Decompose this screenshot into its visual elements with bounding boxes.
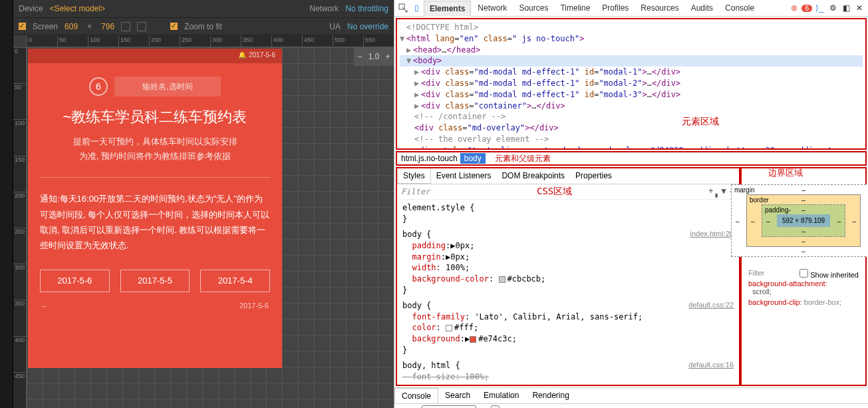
close-icon[interactable]: ✕ xyxy=(855,3,864,13)
zoom-checkbox[interactable] xyxy=(170,23,178,30)
screen-checkbox[interactable] xyxy=(19,23,26,30)
zoom-value: 1.0 xyxy=(366,52,382,61)
app-date-button-2[interactable]: 2017-5-5 xyxy=(120,270,190,292)
screen-x: × xyxy=(87,22,92,31)
box-border[interactable]: border –––– padding- –––– 592 × 879.109 xyxy=(746,194,861,247)
css-link-2[interactable]: default.css:22 xyxy=(688,300,734,310)
box-content[interactable]: 592 × 879.109 xyxy=(777,214,830,227)
left-panel: Device <Select model> Network No throttl… xyxy=(0,0,394,408)
drawer-tab-console[interactable]: Console xyxy=(394,388,438,403)
dock-icon[interactable]: ◧ xyxy=(841,3,851,13)
swap-icon[interactable] xyxy=(121,22,130,31)
app-stage-badge: 6 xyxy=(89,77,108,96)
app-topbar: 🔔2017-5-6 xyxy=(28,49,282,63)
crumb-label: 元素和父级元素 xyxy=(495,153,551,164)
box-model-pane: 边界区域 margin –––– border –––– padding- ––… xyxy=(740,167,867,386)
app-notice: 通知:每天16:00开放第二天的时间预约,状态为"无人"的作为可选时间段, 每个… xyxy=(40,191,270,254)
drawer-toggle-icon[interactable]: ⟩_ xyxy=(815,3,824,13)
stab-styles[interactable]: Styles xyxy=(397,168,431,184)
styles-pane: Styles Event Listeners DOM Breakpoints P… xyxy=(396,167,740,386)
ua-select[interactable]: No override xyxy=(347,22,388,31)
device-label: Device xyxy=(19,4,43,13)
screen-height-input[interactable]: 796 xyxy=(101,22,114,31)
dom-doctype[interactable]: <!DOCTYPE html> xyxy=(400,22,863,33)
stab-listeners[interactable]: Event Listeners xyxy=(431,168,497,184)
frame-select[interactable]: <top frame> xyxy=(422,405,476,408)
device-icon[interactable] xyxy=(137,22,146,31)
screen-label: Screen xyxy=(33,22,58,31)
drawer-tab-rendering[interactable]: Rendering xyxy=(525,388,575,403)
bell-icon: 🔔 xyxy=(238,51,246,59)
tab-audits[interactable]: Audits xyxy=(686,1,718,15)
drawer-tab-search[interactable]: Search xyxy=(438,388,477,403)
stab-properties[interactable]: Properties xyxy=(570,168,617,184)
crumb-html[interactable]: html.js.no-touch xyxy=(401,154,458,163)
zoom-in-button[interactable]: + xyxy=(382,52,394,61)
zoom-out-button[interactable]: − xyxy=(354,52,366,61)
app-title: ~教练车学员科二练车预约表 xyxy=(40,106,270,128)
ruler-vertical: 050100150200250300350400450 xyxy=(13,47,27,408)
app-date-button-3[interactable]: 2017-5-4 xyxy=(200,270,270,292)
show-inherited-checkbox[interactable] xyxy=(799,269,808,278)
box-padding[interactable]: padding- –––– 592 × 879.109 xyxy=(762,204,845,237)
ruler-horizontal: 050100150200250300350400450500550 xyxy=(27,35,394,47)
tab-sources[interactable]: Sources xyxy=(513,1,553,15)
app-foot-left: -- xyxy=(41,302,46,309)
app-date-button-1[interactable]: 2017-5-6 xyxy=(40,270,110,292)
app-divider xyxy=(40,177,270,178)
stage: 050100150200250300350400450500550 050100… xyxy=(13,35,394,408)
app-foot-right: 2017-5-6 xyxy=(239,302,269,309)
console-drawer: Console Search Emulation Rendering ⊘ ▽ <… xyxy=(394,387,868,408)
device-model-select[interactable]: <Select model> xyxy=(50,4,105,13)
device-toggle-icon[interactable]: ▯ xyxy=(412,3,421,13)
box-margin[interactable]: margin –––– border –––– padding- –––– 59… xyxy=(731,184,867,257)
drawer-tab-emulation[interactable]: Emulation xyxy=(477,388,525,403)
ua-label: UA xyxy=(329,22,341,31)
error-count-badge[interactable]: 6 xyxy=(801,5,812,12)
app-subtitle-2: 为准, 预约时间将作为教练排班参考依据 xyxy=(40,149,270,164)
box-area-label: 边界区域 xyxy=(768,167,803,179)
css-link-3[interactable]: default.css:16 xyxy=(688,360,734,370)
devtools-tabbar: ▯ Elements Network Sources Timeline Prof… xyxy=(394,0,868,17)
css-rules[interactable]: element.style { } index.html:20body { pa… xyxy=(397,200,739,385)
preserve-log-checkbox[interactable] xyxy=(491,405,500,408)
inspect-icon[interactable] xyxy=(398,3,408,13)
devtools-panel: ▯ Elements Network Sources Timeline Prof… xyxy=(394,0,868,408)
zoom-label: Zoom to fit xyxy=(184,22,222,31)
screen-width-input[interactable]: 609 xyxy=(65,22,78,31)
device-toolbar: Device <Select model> Network No throttl… xyxy=(13,0,394,35)
tab-console[interactable]: Console xyxy=(720,1,760,15)
app-subtitle-1: 提前一天可预约，具体练车时间以实际安排 xyxy=(40,134,270,149)
tab-profiles[interactable]: Profiles xyxy=(597,1,634,15)
tab-timeline[interactable]: Timeline xyxy=(555,1,595,15)
dom-tree[interactable]: <!DOCTYPE html> ▼<html lang="en" class="… xyxy=(396,18,867,150)
tab-elements[interactable]: Elements xyxy=(424,1,471,17)
dom-area-label: 元素区域 xyxy=(682,115,719,128)
computed-filter[interactable]: Filter xyxy=(748,269,764,277)
app-name-input[interactable] xyxy=(114,77,221,97)
error-icon[interactable]: ⊗ xyxy=(790,3,799,13)
css-link-1[interactable]: index.html:20 xyxy=(690,229,734,239)
css-area-label: CSS区域 xyxy=(537,186,572,198)
breadcrumb: html.js.no-touch body 元素和父级元素 xyxy=(396,151,867,166)
tab-resources[interactable]: Resources xyxy=(635,1,684,15)
app-topdate: 2017-5-6 xyxy=(249,51,275,59)
pin-icon[interactable]: ▼ xyxy=(722,186,726,197)
new-rule-icon[interactable]: +▗ xyxy=(708,186,717,197)
tab-network[interactable]: Network xyxy=(472,1,512,15)
left-strip xyxy=(0,0,13,408)
network-label: Network xyxy=(309,4,339,13)
network-select[interactable]: No throttling xyxy=(345,4,388,13)
settings-icon[interactable]: ⚙ xyxy=(828,3,837,13)
stab-breakpoints[interactable]: DOM Breakpoints xyxy=(496,168,570,184)
styles-tabs: Styles Event Listeners DOM Breakpoints P… xyxy=(397,168,739,184)
styles-filter[interactable]: Filter xyxy=(401,187,430,196)
zoom-control: − 1.0 + xyxy=(354,47,394,66)
crumb-body[interactable]: body xyxy=(460,153,486,164)
device-viewport[interactable]: 🔔2017-5-6 6 ~教练车学员科二练车预约表 提前一天可预约，具体练车时间… xyxy=(28,49,282,368)
